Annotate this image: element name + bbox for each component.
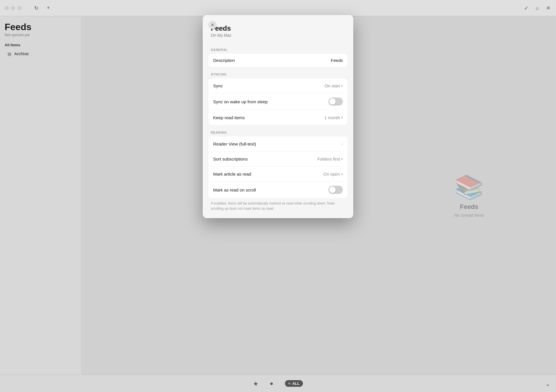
- sort-subscriptions-value-text: Folders first: [317, 157, 340, 161]
- modal-title: Feeds: [211, 24, 345, 32]
- all-button[interactable]: ≡ ALL: [285, 380, 303, 387]
- mark-article-value-text: On open: [323, 172, 340, 176]
- traffic-light-maximize[interactable]: [17, 6, 21, 10]
- sort-subscriptions-chevron-icon: ▾: [341, 157, 343, 161]
- general-card: Description: [209, 54, 348, 67]
- reading-card: Reader View (full-text) › Sort subscript…: [209, 137, 348, 198]
- syncing-card: Sync On start ▾ Sync on wake up from sle…: [209, 78, 348, 125]
- traffic-light-close[interactable]: [5, 6, 9, 10]
- watermark-title: Feeds: [460, 203, 478, 211]
- sidebar: Feeds Not synced yet All Items ▤ Archive: [0, 16, 81, 375]
- title-bar-actions: ↻ +: [33, 5, 52, 11]
- sidebar-item-archive[interactable]: ▤ Archive: [5, 49, 76, 58]
- add-icon[interactable]: +: [45, 5, 52, 11]
- general-section-label: GENERAL: [211, 48, 348, 51]
- sync-chevron-icon: ▾: [341, 84, 343, 88]
- keep-read-row[interactable]: Keep read items 1 month ▾: [209, 110, 348, 125]
- sync-value-text: On start: [325, 83, 340, 88]
- window-close-icon[interactable]: ✕: [545, 5, 551, 11]
- checkmark-icon[interactable]: ✓: [523, 5, 529, 11]
- all-items-label[interactable]: All Items: [5, 43, 76, 47]
- archive-icon: ▤: [8, 51, 11, 56]
- mark-on-scroll-label: Mark as read on scroll: [213, 187, 256, 192]
- right-panel: 📚 Feeds No unread items: [382, 16, 556, 375]
- sync-value: On start ▾: [325, 83, 343, 88]
- mark-on-scroll-row[interactable]: Mark as read on scroll: [209, 182, 348, 198]
- search-icon[interactable]: ⌕: [534, 5, 540, 11]
- watermark-icon: 📚: [455, 174, 484, 201]
- sort-subscriptions-row[interactable]: Sort subscriptions Folders first ▾: [209, 152, 348, 167]
- bottom-bar: ★ ● ≡ ALL ⌄: [0, 375, 556, 392]
- traffic-light-minimize[interactable]: [11, 6, 15, 10]
- mark-article-chevron-icon: ▾: [341, 172, 343, 176]
- dot-icon[interactable]: ●: [270, 380, 273, 387]
- app-title: Feeds: [5, 22, 76, 32]
- sync-wake-toggle-thumb: [329, 98, 336, 105]
- refresh-icon[interactable]: ↻: [33, 5, 39, 11]
- sync-row[interactable]: Sync On start ▾: [209, 78, 348, 93]
- lines-icon: ≡: [288, 381, 291, 386]
- reader-view-chevron-icon: ›: [341, 141, 343, 147]
- mark-on-scroll-toggle[interactable]: [328, 186, 343, 194]
- watermark-subtitle: No unread items: [454, 213, 484, 218]
- title-bar-right: ✓ ⌕ ✕: [523, 0, 551, 16]
- mark-on-scroll-toggle-thumb: [329, 187, 336, 193]
- syncing-section-label: SYNCING: [211, 73, 348, 76]
- sort-subscriptions-label: Sort subscriptions: [213, 157, 248, 161]
- title-bar: ↻ + ✓ ⌕ ✕: [0, 0, 556, 16]
- keep-read-value-text: 1 month: [324, 115, 340, 120]
- reader-view-label: Reader View (full-text): [213, 141, 256, 146]
- modal-close-icon: ✕: [211, 23, 214, 27]
- mark-article-label: Mark article as read: [213, 172, 251, 176]
- star-icon[interactable]: ★: [253, 380, 258, 387]
- description-input[interactable]: [285, 58, 343, 63]
- keep-read-chevron-icon: ▾: [341, 115, 343, 119]
- modal-subtitle: On My Mac: [211, 33, 345, 38]
- mark-article-row[interactable]: Mark article as read On open ▾: [209, 167, 348, 182]
- bottom-chevron-icon[interactable]: ⌄: [545, 380, 550, 387]
- app-subtitle: Not synced yet: [5, 33, 76, 37]
- traffic-lights: [5, 6, 21, 10]
- sync-wake-label: Sync on wake up from sleep: [213, 99, 268, 104]
- modal-close-button[interactable]: ✕: [209, 21, 217, 29]
- description-label: Description: [213, 58, 235, 63]
- mark-article-value: On open ▾: [323, 172, 343, 176]
- all-label: ALL: [292, 381, 299, 386]
- sync-wake-row[interactable]: Sync on wake up from sleep: [209, 93, 348, 110]
- sync-label: Sync: [213, 83, 223, 88]
- settings-modal: ✕ Feeds On My Mac GENERAL Description SY…: [203, 15, 353, 218]
- sort-subscriptions-value: Folders first ▾: [317, 157, 343, 161]
- description-row: Description: [209, 54, 348, 67]
- reading-section-label: READING: [211, 131, 348, 134]
- sync-wake-toggle[interactable]: [328, 97, 343, 106]
- modal-body: GENERAL Description SYNCING Sync On star…: [203, 42, 353, 218]
- keep-read-value: 1 month ▾: [324, 115, 343, 120]
- scroll-note-text: If enabled, items will be automatically …: [209, 198, 348, 211]
- reader-view-row[interactable]: Reader View (full-text) ›: [209, 137, 348, 152]
- modal-header: ✕ Feeds On My Mac: [203, 15, 353, 42]
- archive-label: Archive: [14, 51, 29, 56]
- keep-read-label: Keep read items: [213, 115, 245, 120]
